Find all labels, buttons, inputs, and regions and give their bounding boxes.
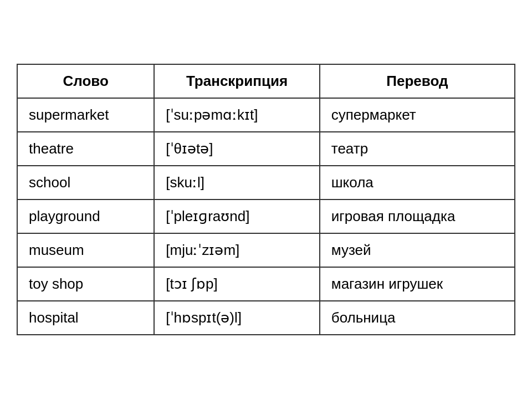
header-transcription: Транскрипция — [154, 64, 319, 98]
cell-word: hospital — [17, 301, 154, 335]
cell-translation: музей — [320, 233, 515, 267]
vocabulary-table: Слово Транскрипция Перевод supermarket[ˈ… — [17, 64, 515, 335]
cell-transcription: [ˈpleɪɡraʊnd] — [154, 200, 319, 233]
cell-word: playground — [17, 200, 154, 233]
table-row: school[skuːl]школа — [17, 166, 515, 200]
cell-translation: магазин игрушек — [320, 267, 515, 301]
vocabulary-table-container: Слово Транскрипция Перевод supermarket[ˈ… — [17, 64, 515, 335]
cell-translation: супермаркет — [320, 98, 515, 132]
cell-transcription: [mjuːˈzɪəm] — [154, 233, 319, 267]
table-row: supermarket[ˈsuːpəmɑːkɪt]супермаркет — [17, 98, 515, 132]
cell-transcription: [ˈθɪətə] — [154, 132, 319, 166]
cell-translation: школа — [320, 166, 515, 200]
header-word: Слово — [17, 64, 154, 98]
cell-transcription: [skuːl] — [154, 166, 319, 200]
table-row: hospital[ˈhɒspɪt(ə)l]больница — [17, 301, 515, 335]
table-row: toy shop[tɔɪ ʃɒp]магазин игрушек — [17, 267, 515, 301]
cell-transcription: [tɔɪ ʃɒp] — [154, 267, 319, 301]
cell-translation: больница — [320, 301, 515, 335]
cell-transcription: [ˈsuːpəmɑːkɪt] — [154, 98, 319, 132]
header-translation: Перевод — [320, 64, 515, 98]
cell-translation: игровая площадка — [320, 200, 515, 233]
cell-word: toy shop — [17, 267, 154, 301]
table-header-row: Слово Транскрипция Перевод — [17, 64, 515, 98]
cell-word: school — [17, 166, 154, 200]
table-row: playground[ˈpleɪɡraʊnd]игровая площадка — [17, 200, 515, 233]
cell-translation: театр — [320, 132, 515, 166]
table-row: museum[mjuːˈzɪəm]музей — [17, 233, 515, 267]
cell-word: supermarket — [17, 98, 154, 132]
cell-transcription: [ˈhɒspɪt(ə)l] — [154, 301, 319, 335]
cell-word: museum — [17, 233, 154, 267]
cell-word: theatre — [17, 132, 154, 166]
table-row: theatre[ˈθɪətə]театр — [17, 132, 515, 166]
